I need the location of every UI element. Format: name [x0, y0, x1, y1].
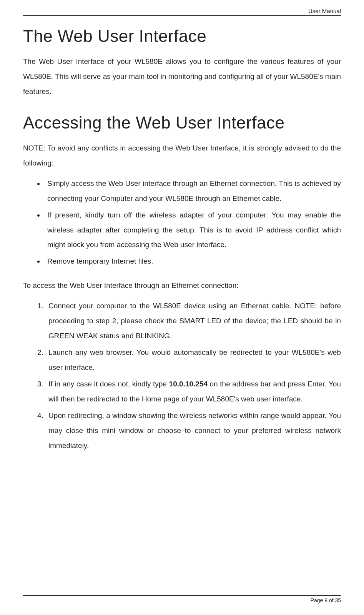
footer-wrap: Page 9 of 35 — [23, 595, 341, 603]
advice-list: Simply access the Web User interface thr… — [23, 176, 341, 271]
footer-text: Page 9 of 35 — [311, 597, 341, 603]
intro-paragraph-1: The Web User Interface of your WL580E al… — [23, 54, 341, 99]
steps-list: Connect your computer to the WL580E devi… — [23, 299, 341, 455]
list-item: Remove temporary Internet files. — [44, 254, 341, 269]
header-title: User Manual — [308, 8, 341, 14]
page-header: User Manual — [23, 8, 341, 16]
list-item: If in any case it does not, kindly type … — [45, 377, 341, 407]
note-paragraph: NOTE: To avoid any conflicts in accessin… — [23, 141, 341, 171]
section-heading-2: Accessing the Web User Interface — [23, 113, 341, 132]
section-heading-1: The Web User Interface — [23, 27, 341, 46]
list-item: Launch any web browser. You would automa… — [45, 345, 341, 375]
steps-intro: To access the Web User Interface through… — [23, 278, 341, 293]
ip-address: 10.0.10.254 — [169, 380, 208, 388]
list-item: Simply access the Web User interface thr… — [44, 176, 341, 206]
list-item: Connect your computer to the WL580E devi… — [45, 299, 341, 344]
list-item: Upon redirecting, a window showing the w… — [45, 408, 341, 453]
page-footer: Page 9 of 35 — [23, 595, 341, 603]
step3-text-a: If in any case it does not, kindly type — [48, 380, 169, 388]
list-item: If present, kindly turn off the wireless… — [44, 208, 341, 253]
page: User Manual The Web User Interface The W… — [0, 0, 364, 615]
